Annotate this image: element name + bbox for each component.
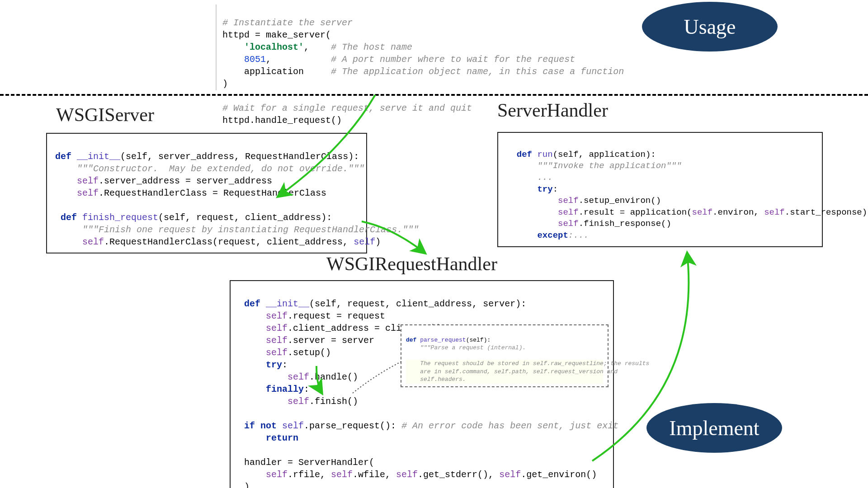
self: self [288,372,309,382]
fn-name: finish_request [82,212,158,223]
self: self [282,421,304,431]
self: self [558,207,579,217]
code-line: handler = ServerHandler( [244,457,374,468]
docstring: are in self.command, self.path, self.req… [420,368,618,375]
code-fragment: .result = application( [579,207,692,217]
code-fragment: .handle() [309,372,358,382]
code-line: httpd = make_server( [222,30,331,40]
self: self [266,469,288,480]
code-fragment: .RequestHandlerClass = RequestHandlerCla… [99,188,326,198]
docstring: The request should be stored in self.raw… [420,360,649,367]
code-line: ) [244,482,250,488]
colon: : [282,360,288,370]
code-fragment: .environ, [712,207,764,217]
code-fragment: ) [375,237,381,247]
params: (self, request, client_address, server): [309,299,526,309]
fn-name: parse_request [420,337,466,343]
fn-name: run [537,150,552,160]
finally-keyword: finally [266,384,304,394]
code-fragment: .server_address = server_address [99,176,272,186]
self: self [354,237,375,247]
code-fragment: .RequestHandlerClass(request, client_add… [104,237,354,247]
params: (self, application): [553,150,656,160]
self: self [331,469,353,480]
try-keyword: try [537,184,552,194]
self: self [499,469,521,480]
self: self [266,311,288,321]
code-fragment: .get_environ() [521,469,597,480]
arg: application [244,66,304,77]
self: self [764,207,785,217]
colon: : [304,384,309,394]
ellipsis: :... [568,230,589,240]
def-keyword: def [406,337,416,343]
docstring: """Parse a request (internal). [420,344,526,351]
code-fragment: .rfile, [288,469,331,480]
docstring: self.headers. [420,376,466,383]
self: self [82,237,104,247]
except-keyword: except [537,230,568,240]
if-keyword: if not [244,421,277,431]
code-line: ) [222,79,228,89]
wsgiserver-code: def __init__(self, server_address, Reque… [46,133,367,253]
wsgirequesthandler-label: WSGIRequestHandler [326,253,497,275]
top-code: # Instantiate the server httpd = make_se… [222,5,624,127]
comma: , [304,42,309,52]
params: (self, server_address, RequestHandlerCla… [120,151,359,162]
self: self [266,347,288,358]
params: (self, request, client_address): [158,212,332,223]
self: self [396,469,418,480]
comment: # A port number where to wait for the re… [331,54,575,65]
usage-badge: Usage [642,2,778,52]
top-code-gutter [216,5,217,90]
self: self [266,335,288,346]
docstring: """Constructor. May be extended, do not … [77,164,364,174]
colon: : [553,184,558,194]
def-keyword: def [517,150,532,160]
self: self [288,396,309,407]
comment: # The application object name, in this c… [331,66,624,77]
code-fragment: .finish_response() [579,219,671,229]
self: self [558,219,579,229]
ellipsis: ... [537,173,552,183]
code-fragment: .start_response) [785,207,867,217]
self: self [266,323,288,333]
string-literal: 'localhost' [244,42,304,52]
self: self [77,188,99,198]
docstring: """Finish one request by instantiating R… [82,225,419,235]
parse-request-inset: def parse_request(self): """Parse a requ… [401,324,609,387]
fn-name: __init__ [266,299,309,309]
code-fragment: .setup_environ() [579,196,661,206]
usage-badge-label: Usage [684,15,736,39]
serverhandler-code: def run(self, application): """Invoke th… [497,132,823,247]
wsgiserver-label: WSGIServer [56,104,154,126]
code-fragment: .finish() [309,396,358,407]
code-fragment: .setup() [288,347,331,358]
comma: , [266,54,271,65]
code-fragment: .request = request [288,311,385,321]
comment: # Instantiate the server [222,18,353,28]
code-fragment: .wfile, [353,469,396,480]
def-keyword: def [61,212,77,223]
implement-badge: Implement [646,403,782,453]
comment: # An error code has been sent, just exit [401,421,618,431]
self: self [77,176,99,186]
fn-name: __init__ [77,151,120,162]
comment: # The host name [331,42,412,52]
code-fragment: .get_stderr(), [418,469,499,480]
def-keyword: def [244,299,260,309]
return-keyword: return [266,433,298,443]
code-fragment: .server = server [288,335,374,346]
comment: # Wait for a single request, serve it an… [222,103,472,113]
code-line: httpd.handle_request() [222,115,342,126]
number-literal: 8051 [244,54,266,65]
params: (self): [466,337,491,343]
def-keyword: def [55,151,71,162]
self: self [558,196,579,206]
try-keyword: try [266,360,282,370]
implement-badge-label: Implement [669,416,759,440]
self: self [692,207,712,217]
docstring: """Invoke the application""" [537,161,681,171]
code-fragment: .parse_request(): [304,421,401,431]
